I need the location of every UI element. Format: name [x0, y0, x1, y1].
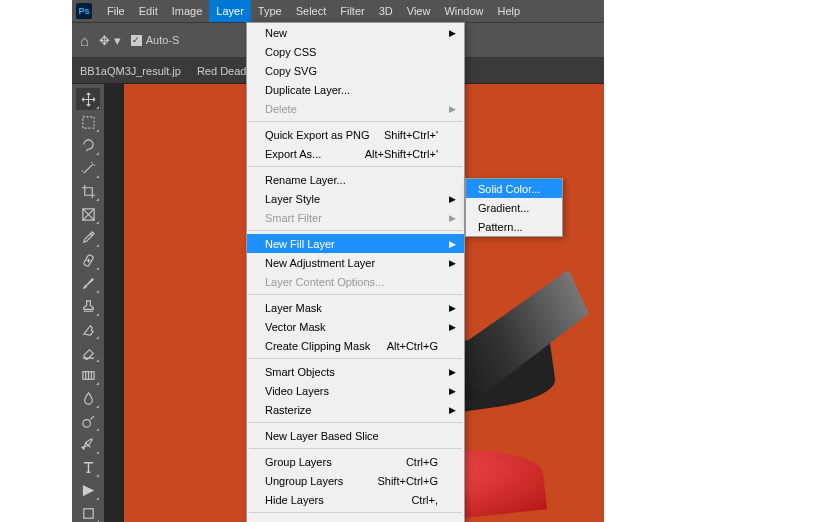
eraser-tool[interactable] [76, 341, 100, 363]
menu-item-layer-content-options: Layer Content Options... [247, 272, 464, 291]
menu-item-arrange[interactable]: Arrange▶ [247, 516, 464, 522]
submenu-item-solid-color[interactable]: Solid Color... [466, 179, 562, 198]
submenu-arrow-icon: ▶ [449, 405, 456, 415]
menu-item-new-fill-layer[interactable]: New Fill Layer▶ [247, 234, 464, 253]
menu-item-new-adjustment-layer[interactable]: New Adjustment Layer▶ [247, 253, 464, 272]
menu-item-rasterize[interactable]: Rasterize▶ [247, 400, 464, 419]
document-tab[interactable]: BB1aQM3J_result.jp [80, 65, 181, 77]
menu-filter[interactable]: Filter [333, 0, 371, 22]
menu-item-ungroup-layers[interactable]: Ungroup LayersShift+Ctrl+G [247, 471, 464, 490]
svg-rect-0 [82, 116, 93, 127]
submenu-arrow-icon: ▶ [449, 322, 456, 332]
history-tool[interactable] [76, 318, 100, 340]
submenu-arrow-icon: ▶ [449, 258, 456, 268]
menu-item-rename-layer[interactable]: Rename Layer... [247, 170, 464, 189]
submenu-arrow-icon: ▶ [449, 303, 456, 313]
menu-item-copy-svg[interactable]: Copy SVG [247, 61, 464, 80]
menu-separator [249, 166, 462, 167]
menu-layer[interactable]: Layer [209, 0, 251, 22]
stamp-tool[interactable] [76, 295, 100, 317]
menu-separator [249, 294, 462, 295]
menu-item-layer-mask[interactable]: Layer Mask▶ [247, 298, 464, 317]
crop-tool[interactable] [76, 180, 100, 202]
lasso-tool[interactable] [76, 134, 100, 156]
app-logo[interactable]: Ps [76, 3, 92, 19]
pen-tool[interactable] [76, 433, 100, 455]
menu-3d[interactable]: 3D [372, 0, 400, 22]
menu-window[interactable]: Window [437, 0, 490, 22]
menu-separator [249, 230, 462, 231]
blur-tool[interactable] [76, 387, 100, 409]
layer-menu-dropdown: New▶Copy CSSCopy SVGDuplicate Layer...De… [246, 22, 465, 522]
eyedrop-tool[interactable] [76, 226, 100, 248]
heal-tool[interactable] [76, 249, 100, 271]
menu-item-smart-filter: Smart Filter▶ [247, 208, 464, 227]
canvas-pasteboard [104, 84, 124, 522]
menu-type[interactable]: Type [251, 0, 289, 22]
frame-tool[interactable] [76, 203, 100, 225]
menu-item-vector-mask[interactable]: Vector Mask▶ [247, 317, 464, 336]
new-fill-layer-submenu: Solid Color...Gradient...Pattern... [465, 178, 563, 237]
gradient-tool[interactable] [76, 364, 100, 386]
submenu-arrow-icon: ▶ [449, 367, 456, 377]
menu-item-new-layer-based-slice[interactable]: New Layer Based Slice [247, 426, 464, 445]
submenu-item-pattern[interactable]: Pattern... [466, 217, 562, 236]
menu-item-copy-css[interactable]: Copy CSS [247, 42, 464, 61]
submenu-arrow-icon: ▶ [449, 104, 456, 114]
menu-item-layer-style[interactable]: Layer Style▶ [247, 189, 464, 208]
menu-edit[interactable]: Edit [132, 0, 165, 22]
menu-item-delete: Delete▶ [247, 99, 464, 118]
menu-item-export-as[interactable]: Export As...Alt+Shift+Ctrl+' [247, 144, 464, 163]
menubar: Ps FileEditImageLayerTypeSelectFilter3DV… [72, 0, 604, 22]
submenu-arrow-icon: ▶ [449, 194, 456, 204]
submenu-arrow-icon: ▶ [449, 386, 456, 396]
move-tool-icon[interactable]: ✥ ▾ [99, 33, 121, 48]
text-tool[interactable] [76, 456, 100, 478]
menu-separator [249, 448, 462, 449]
menu-item-create-clipping-mask[interactable]: Create Clipping MaskAlt+Ctrl+G [247, 336, 464, 355]
path-tool[interactable] [76, 479, 100, 501]
auto-select-checkbox[interactable]: ✓Auto-S [131, 34, 180, 46]
svg-point-4 [82, 419, 90, 427]
menu-item-group-layers[interactable]: Group LayersCtrl+G [247, 452, 464, 471]
menu-separator [249, 121, 462, 122]
menu-select[interactable]: Select [289, 0, 334, 22]
wand-tool[interactable] [76, 157, 100, 179]
menu-item-video-layers[interactable]: Video Layers▶ [247, 381, 464, 400]
move-tool[interactable] [76, 88, 100, 110]
menu-separator [249, 358, 462, 359]
tools-panel: ⋯ [72, 84, 104, 522]
marquee-tool[interactable] [76, 111, 100, 133]
shape-tool[interactable] [76, 502, 100, 522]
submenu-arrow-icon: ▶ [449, 239, 456, 249]
home-icon[interactable]: ⌂ [80, 32, 89, 49]
submenu-item-gradient[interactable]: Gradient... [466, 198, 562, 217]
svg-rect-5 [83, 508, 92, 517]
menu-item-hide-layers[interactable]: Hide LayersCtrl+, [247, 490, 464, 509]
menu-view[interactable]: View [400, 0, 438, 22]
menu-item-smart-objects[interactable]: Smart Objects▶ [247, 362, 464, 381]
menu-item-new[interactable]: New▶ [247, 23, 464, 42]
menu-file[interactable]: File [100, 0, 132, 22]
submenu-arrow-icon: ▶ [449, 213, 456, 223]
menu-item-duplicate-layer[interactable]: Duplicate Layer... [247, 80, 464, 99]
dodge-tool[interactable] [76, 410, 100, 432]
menu-separator [249, 512, 462, 513]
menu-help[interactable]: Help [491, 0, 528, 22]
brush-tool[interactable] [76, 272, 100, 294]
menu-image[interactable]: Image [165, 0, 210, 22]
menu-separator [249, 422, 462, 423]
menu-item-quick-export-as-png[interactable]: Quick Export as PNGShift+Ctrl+' [247, 125, 464, 144]
submenu-arrow-icon: ▶ [449, 28, 456, 38]
